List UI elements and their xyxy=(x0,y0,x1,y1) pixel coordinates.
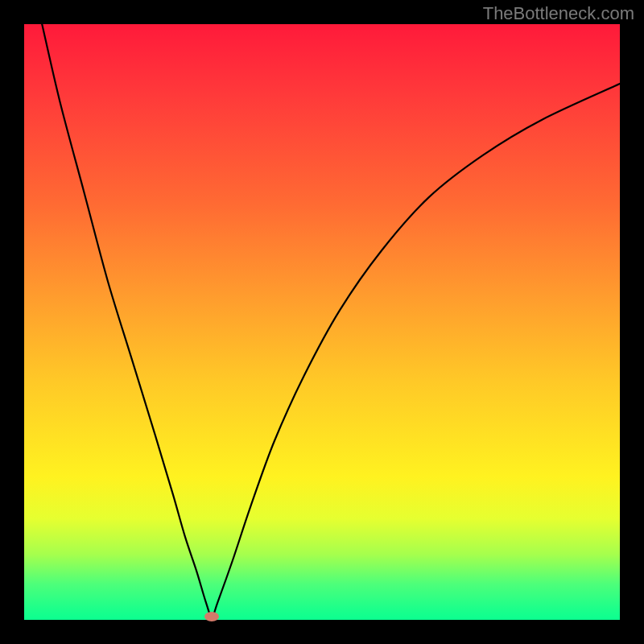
chart-frame: TheBottleneck.com xyxy=(0,0,644,644)
plot-area xyxy=(24,24,620,620)
bottleneck-curve xyxy=(24,24,620,620)
watermark-text: TheBottleneck.com xyxy=(483,3,634,24)
optimal-point-marker xyxy=(204,612,219,621)
